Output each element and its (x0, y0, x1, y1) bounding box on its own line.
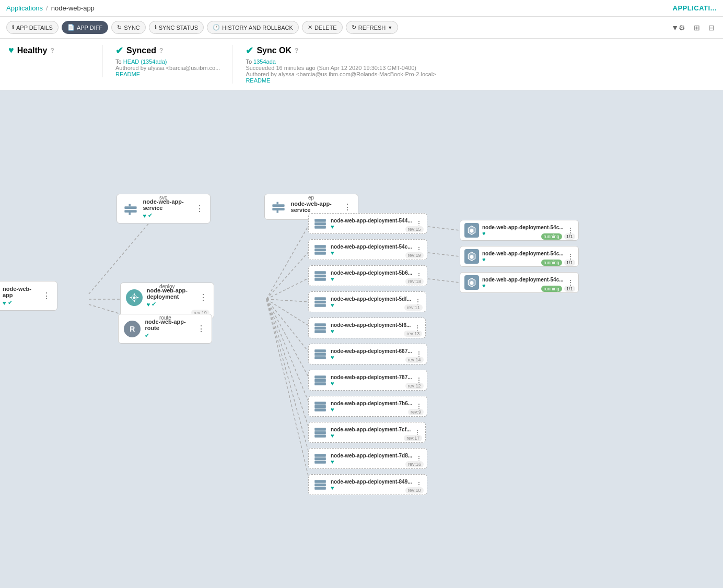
pod-icon-0 (464, 223, 479, 238)
svg-line-12 (266, 299, 308, 426)
rs-node-7[interactable]: node-web-app-deployment-7b6... ♥ ⋮ rev:9 (308, 396, 427, 417)
svg-rect-34 (314, 245, 326, 248)
filter-button[interactable]: ▼⚙ (669, 21, 687, 34)
synced-label: Synced (126, 46, 156, 55)
deploy-label: deploy (159, 284, 174, 289)
synced-to: To HEAD (1354ada) (115, 58, 220, 65)
svg-line-14 (266, 299, 308, 476)
synced-head-link[interactable]: HEAD (1354ada) (123, 58, 167, 65)
history-rollback-button[interactable]: 🕐 HISTORY AND ROLLBACK (207, 21, 299, 34)
rs-node-4[interactable]: node-web-app-deployment-5f6... ♥ ⋮ rev:1… (308, 317, 426, 338)
svg-rect-46 (314, 349, 326, 352)
zoom-button[interactable]: ⊟ (706, 21, 717, 34)
app-node[interactable]: node-web-app ♥ ✔ ⋮ (0, 281, 57, 311)
rs-icon-6 (313, 373, 328, 387)
ep-name: node-web-app-service (291, 201, 338, 213)
rs-heart-5: ♥ (331, 354, 412, 360)
breadcrumb-separator: / (46, 4, 48, 12)
sync-button[interactable]: ↻ SYNC (111, 21, 146, 34)
rs-node-3[interactable]: node-web-app-deployment-5df... ♥ ⋮ rev:1… (308, 291, 426, 312)
svg-line-6 (266, 278, 308, 299)
rs-name-3: node-web-app-deployment-5df... (331, 296, 411, 302)
rs-node-0[interactable]: node-web-app-deployment-544... ♥ ⋮ rev:1… (308, 213, 427, 234)
refresh-button[interactable]: ↻ REFRESH ▼ (346, 21, 398, 34)
rs-heart-10: ♥ (331, 485, 412, 491)
rs-rev-4: rev:13 (404, 331, 422, 337)
sync-ok-readme-link[interactable]: README (246, 77, 270, 84)
rs-node-9[interactable]: node-web-app-deployment-7d8... ♥ ⋮ rev:1… (308, 448, 427, 469)
svc-label: svc (159, 195, 167, 201)
breadcrumb-applications[interactable]: Applications (6, 4, 43, 12)
app-badges: ♥ ✔ (3, 299, 37, 306)
rs-name-4: node-web-app-deployment-5f6... (331, 322, 411, 328)
rs-info-6: node-web-app-deployment-787... ♥ (331, 374, 412, 386)
sync-ok-link[interactable]: 1354ada (253, 58, 276, 65)
ep-menu-button[interactable]: ⋮ (342, 201, 353, 213)
svg-rect-27 (272, 208, 284, 210)
diff-icon: 📄 (67, 24, 75, 31)
svg-rect-40 (314, 297, 326, 300)
route-node-wrapper: R node-web-app-route ✔ ⋮ route (159, 314, 171, 321)
rs-name-6: node-web-app-deployment-787... (331, 374, 412, 380)
rs-node-8[interactable]: node-web-app-deployment-7cf... ♥ ⋮ rev:1… (308, 422, 426, 443)
ep-icon (270, 198, 287, 215)
rs-icon-1 (313, 242, 328, 257)
svg-rect-29 (276, 210, 278, 213)
synced-readme-link[interactable]: README (115, 71, 140, 77)
svg-rect-56 (314, 431, 326, 434)
rs-info-0: node-web-app-deployment-544... ♥ (331, 218, 412, 230)
app-menu-button[interactable]: ⋮ (41, 290, 52, 302)
healthy-section: ♥ Healthy ? (8, 45, 102, 58)
sync-ok-help-icon[interactable]: ? (295, 47, 298, 54)
rs-node-2[interactable]: node-web-app-deployment-5b6... ♥ ⋮ rev:1… (308, 265, 427, 286)
route-menu-button[interactable]: ⋮ (196, 323, 206, 335)
rs-heart-3: ♥ (331, 302, 411, 308)
svg-rect-50 (314, 379, 326, 382)
svg-rect-41 (314, 301, 326, 303)
app-details-button[interactable]: ℹ APP DETAILS (6, 21, 59, 34)
app-diff-button[interactable]: 📄 APP DIFF (62, 21, 108, 34)
svg-rect-58 (314, 454, 326, 456)
layout-button[interactable]: ⊞ (692, 21, 702, 34)
svg-line-13 (266, 299, 308, 451)
rs-node-10[interactable]: node-web-app-deployment-849... ♥ ⋮ rev:1… (308, 474, 427, 495)
pod-status-1: running 1/1 (541, 260, 575, 265)
rs-heart-9: ♥ (331, 458, 412, 465)
rs-rev-8: rev:17 (404, 435, 422, 441)
rs-icon-2 (313, 268, 328, 283)
rs-heart-7: ♥ (331, 406, 412, 413)
pod-fraction-badge-1: 1/1 (564, 260, 575, 266)
rs-rev-6: rev:12 (405, 383, 424, 389)
ep-info: node-web-app-service (291, 201, 338, 213)
rs-node-1[interactable]: node-web-app-deployment-54c... ♥ ⋮ rev:1… (308, 239, 427, 260)
svg-rect-33 (314, 226, 326, 228)
synced-authored: Authored by alyssa <barcia@us.ibm.co... (115, 65, 220, 71)
svg-rect-24 (129, 204, 131, 206)
deploy-info: node-web-app-deployment ♥ ✔ (147, 287, 194, 308)
rs-heart-4: ♥ (331, 328, 411, 334)
delete-icon: ✕ (308, 24, 312, 31)
rs-info-7: node-web-app-deployment-7b6... ♥ (331, 401, 412, 413)
svg-point-30 (133, 296, 135, 299)
pod-node-2[interactable]: node-web-app-deployment-54c... ♥ ⋮ runni… (460, 272, 579, 293)
pod-node-0[interactable]: node-web-app-deployment-54c... ♥ ⋮ runni… (460, 220, 579, 241)
rs-info-5: node-web-app-deployment-667... ♥ (331, 348, 412, 360)
svg-line-17 (423, 278, 460, 283)
synced-title: ✔ Synced ? (115, 45, 220, 56)
route-info: node-web-app-route ✔ (145, 319, 192, 339)
delete-button[interactable]: ✕ DELETE (302, 21, 343, 34)
rs-node-5[interactable]: node-web-app-deployment-667... ♥ ⋮ rev:1… (308, 344, 427, 364)
rs-heart-6: ♥ (331, 380, 412, 386)
svc-menu-button[interactable]: ⋮ (194, 203, 205, 215)
synced-help-icon[interactable]: ? (159, 47, 163, 54)
pod-node-1[interactable]: node-web-app-deployment-54c... ♥ ⋮ runni… (460, 246, 579, 267)
deploy-menu-button[interactable]: ⋮ (198, 291, 208, 303)
pod-status-2: running 1/1 (541, 286, 575, 291)
healthy-help-icon[interactable]: ? (50, 47, 54, 54)
sync-status-button[interactable]: ℹ SYNC STATUS (149, 21, 204, 34)
deploy-heart-badge: ♥ (147, 301, 150, 308)
app-info: node-web-app ♥ ✔ (3, 286, 37, 306)
rs-node-6[interactable]: node-web-app-deployment-787... ♥ ⋮ rev:1… (308, 370, 427, 391)
svg-rect-39 (314, 278, 326, 280)
rs-name-7: node-web-app-deployment-7b6... (331, 401, 412, 406)
